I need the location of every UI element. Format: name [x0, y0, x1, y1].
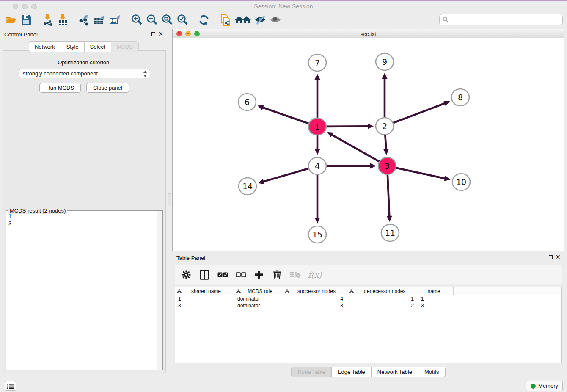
table-row[interactable]: 1dominator411: [175, 295, 561, 302]
mcds-result-box: MCDS result (2 nodes) 1 3: [6, 210, 163, 370]
table-cell[interactable]: dominator: [234, 303, 283, 309]
zoom-in-icon[interactable]: [129, 13, 144, 27]
graph-node-2[interactable]: 2: [376, 118, 394, 135]
zoom-out-icon[interactable]: [144, 13, 160, 27]
tab-mcds[interactable]: MCDS: [111, 41, 139, 52]
panel-splitter-handle[interactable]: [168, 193, 171, 205]
edge-3-1[interactable]: [331, 135, 380, 162]
edge-2-8[interactable]: [392, 103, 446, 123]
graph-node-8[interactable]: 8: [451, 89, 469, 106]
column-header-predecessor-nodes[interactable]: predecessor nodes: [347, 287, 418, 295]
table-cell[interactable]: 3: [418, 303, 454, 309]
table-cell[interactable]: 1: [347, 296, 418, 302]
task-history-button[interactable]: [5, 381, 16, 391]
edge-arrowhead: [382, 73, 388, 79]
graph-node-4[interactable]: 4: [308, 157, 326, 174]
list-icon: [7, 383, 14, 389]
hide-details-icon[interactable]: [253, 13, 268, 27]
network-canvas[interactable]: 7968124314101511: [173, 38, 564, 251]
table-cell[interactable]: 4: [283, 296, 347, 302]
table-body: 1dominator4113dominator323: [175, 295, 561, 309]
add-column-icon[interactable]: [253, 269, 264, 280]
graph-node-15[interactable]: 15: [308, 226, 326, 243]
table-cell[interactable]: 3: [283, 303, 347, 309]
split-table-icon[interactable]: [199, 269, 210, 280]
import-table-icon[interactable]: [55, 13, 71, 27]
edge-3-10[interactable]: [395, 168, 446, 179]
tab-network-table[interactable]: Network Table: [371, 367, 418, 377]
export-network-icon[interactable]: [77, 13, 92, 27]
graph-node-6[interactable]: 6: [238, 94, 256, 110]
graph-node-11[interactable]: 11: [381, 224, 399, 241]
column-label: MCDS role: [241, 288, 283, 294]
save-icon[interactable]: [19, 13, 34, 27]
close-table-panel-icon[interactable]: ✕: [556, 255, 561, 259]
search-input[interactable]: [449, 17, 562, 23]
edge-2-3[interactable]: [385, 134, 386, 150]
column-label: successor nodes: [289, 288, 347, 294]
column-label: shared name: [182, 288, 234, 294]
table-cell[interactable]: 3: [175, 303, 234, 309]
tab-style[interactable]: Style: [61, 41, 84, 52]
graph-node-10[interactable]: 10: [452, 174, 470, 190]
column-label: predecessor nodes: [354, 288, 418, 294]
deselect-all-icon[interactable]: [235, 269, 246, 280]
gear-icon[interactable]: [181, 269, 192, 280]
column-header-shared-name[interactable]: shared name: [175, 287, 234, 295]
home-icon[interactable]: [233, 13, 253, 27]
copy-network-icon[interactable]: [218, 13, 233, 27]
show-details-icon[interactable]: [268, 13, 283, 27]
function-builder-icon[interactable]: f(x): [308, 270, 322, 279]
delete-table-icon[interactable]: [290, 269, 301, 280]
tab-network[interactable]: Network: [29, 41, 61, 52]
zoom-selected-icon[interactable]: [175, 13, 190, 27]
graph-node-3[interactable]: 3: [378, 157, 396, 174]
network-graph[interactable]: 7968124314101511: [173, 38, 564, 251]
graph-node-7[interactable]: 7: [308, 54, 326, 71]
float-table-panel-icon[interactable]: [549, 255, 553, 259]
node-table[interactable]: shared nameMCDS rolesuccessor nodesprede…: [175, 287, 562, 363]
column-header-successor-nodes[interactable]: successor nodes: [283, 287, 347, 295]
tab-node-table[interactable]: Node Table: [291, 367, 331, 377]
delete-icon[interactable]: [272, 269, 283, 280]
table-cell[interactable]: 2: [347, 303, 418, 309]
select-all-icon[interactable]: [217, 269, 228, 280]
edge-1-6[interactable]: [262, 108, 310, 124]
tab-motifs[interactable]: Motifs: [418, 367, 446, 377]
run-mcds-button[interactable]: Run MCDS: [39, 83, 81, 93]
search-box[interactable]: [439, 14, 563, 25]
edge-3-11[interactable]: [388, 174, 389, 217]
edge-4-14[interactable]: [263, 168, 309, 182]
column-header-MCDS-role[interactable]: MCDS role: [234, 287, 283, 295]
optimization-criterion-label: Optimization criterion:: [3, 59, 165, 66]
close-panel-icon[interactable]: ✕: [158, 32, 163, 36]
table-cell[interactable]: 1: [175, 296, 234, 302]
table-row[interactable]: 3dominator323: [175, 302, 561, 309]
mcds-result-text: 1 3: [7, 213, 11, 227]
tab-edge-table[interactable]: Edge Table: [331, 367, 371, 377]
zoom-fit-icon[interactable]: [160, 13, 175, 27]
main-toolbar: [0, 12, 567, 28]
memory-button[interactable]: Memory: [526, 381, 563, 391]
close-panel-button[interactable]: Close panel: [86, 83, 129, 93]
refresh-icon[interactable]: [196, 13, 212, 27]
table-cell[interactable]: dominator: [234, 296, 283, 302]
open-folder-icon[interactable]: [3, 13, 19, 27]
svg-text:14: 14: [242, 182, 253, 191]
graph-node-14[interactable]: 14: [239, 178, 256, 195]
tab-select[interactable]: Select: [84, 41, 111, 52]
network-window-titlebar[interactable]: ✕ − + scc.txt: [173, 29, 564, 38]
float-panel-icon[interactable]: [151, 32, 155, 36]
optimization-criterion-select[interactable]: strongly connected component: [19, 69, 150, 78]
svg-text:15: 15: [312, 230, 322, 239]
export-image-icon[interactable]: [107, 13, 123, 27]
graph-node-9[interactable]: 9: [376, 53, 394, 70]
edge-1-2[interactable]: [325, 126, 369, 127]
import-network-icon[interactable]: [40, 13, 55, 27]
table-cell[interactable]: 1: [418, 296, 454, 302]
column-header-name[interactable]: name: [418, 287, 454, 295]
graph-node-1[interactable]: 1: [308, 118, 326, 135]
export-table-icon[interactable]: [92, 13, 107, 27]
svg-text:2: 2: [382, 121, 387, 131]
result-scrollbar[interactable]: [157, 211, 162, 370]
